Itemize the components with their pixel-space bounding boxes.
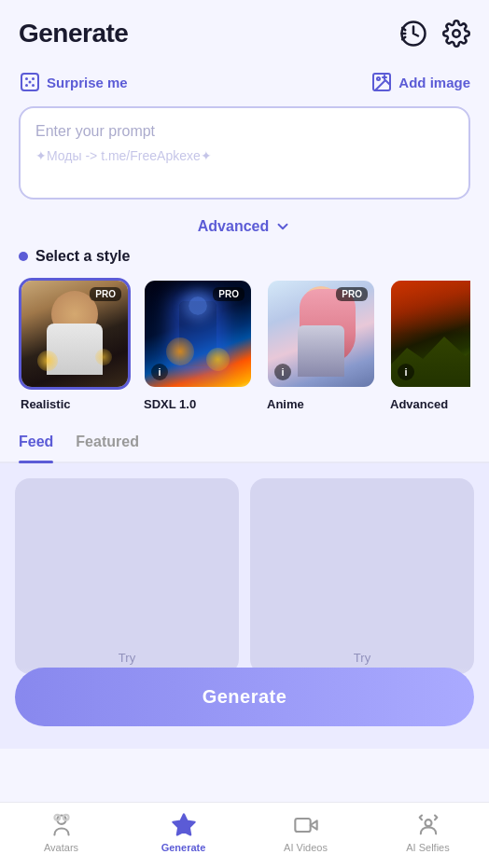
style-card-realistic[interactable]: PRO Realistic xyxy=(19,278,131,411)
generate-button[interactable]: Generate xyxy=(15,668,474,726)
svg-point-9 xyxy=(377,77,380,80)
svg-point-7 xyxy=(32,84,35,87)
nav-label-ai-videos: AI Videos xyxy=(284,842,328,853)
svg-point-3 xyxy=(25,77,28,80)
avatars-icon xyxy=(49,812,75,838)
info-badge-sdxl: i xyxy=(151,364,168,380)
generate-button-container: Generate xyxy=(0,668,489,749)
svg-rect-16 xyxy=(295,819,310,832)
prompt-placeholder: Enter your prompt xyxy=(35,123,454,140)
pro-badge-sdxl: PRO xyxy=(213,287,244,301)
svg-point-1 xyxy=(453,30,460,37)
style-section-label: Select a style xyxy=(19,248,470,265)
advanced-row: Advanced xyxy=(0,211,489,248)
nav-label-avatars: Avatars xyxy=(44,842,78,853)
prompt-input-area[interactable]: Enter your prompt ✦Моды -> t.me/FreeApke… xyxy=(19,106,470,200)
header-icons xyxy=(399,20,470,48)
action-row: Surprise me Add image xyxy=(0,58,489,106)
style-section: Select a style PRO Realistic xyxy=(0,248,489,422)
nav-label-generate: Generate xyxy=(161,842,206,853)
style-advanced-image: i xyxy=(388,278,470,390)
bottom-navigation: Avatars Generate AI Videos AI Selfies xyxy=(0,802,489,868)
svg-marker-15 xyxy=(173,814,194,834)
add-image-label: Add image xyxy=(398,75,470,90)
style-label-text: Select a style xyxy=(35,248,130,265)
style-name-realistic: Realistic xyxy=(19,397,131,411)
chevron-down-icon xyxy=(274,218,291,235)
feed-card-1: Try xyxy=(15,478,239,674)
nav-label-ai-selfies: AI Selfies xyxy=(406,842,449,853)
advanced-label: Advanced xyxy=(198,218,269,235)
style-anime-image: PRO i xyxy=(265,278,377,390)
info-badge-advanced: i xyxy=(398,364,414,380)
feed-card-1-label: Try xyxy=(119,651,135,665)
style-card-sdxl[interactable]: PRO i SDXL 1.0 xyxy=(142,278,254,411)
advanced-toggle-button[interactable]: Advanced xyxy=(198,218,291,235)
pro-badge-anime: PRO xyxy=(336,287,368,301)
add-image-button[interactable]: Add image xyxy=(370,71,470,93)
ai-selfies-icon xyxy=(415,812,441,838)
header: Generate xyxy=(0,0,489,58)
style-card-advanced[interactable]: i Advanced xyxy=(388,278,470,411)
tab-featured-label: Featured xyxy=(76,434,139,449)
ai-videos-icon xyxy=(293,812,319,838)
style-name-advanced: Advanced xyxy=(388,397,470,411)
style-realistic-image: PRO xyxy=(19,278,131,390)
surprise-me-button[interactable]: Surprise me xyxy=(19,71,128,93)
nav-item-ai-videos[interactable]: AI Videos xyxy=(278,812,334,853)
tab-featured[interactable]: Featured xyxy=(76,434,139,462)
tab-feed-label: Feed xyxy=(19,434,53,449)
settings-icon[interactable] xyxy=(442,20,470,48)
info-badge-anime: i xyxy=(274,364,291,380)
prompt-watermark: ✦Моды -> t.me/FreeApkexe✦ xyxy=(35,148,212,163)
add-image-icon xyxy=(370,71,393,93)
style-name-sdxl: SDXL 1.0 xyxy=(142,397,254,411)
style-name-anime: Anime xyxy=(265,397,377,411)
nav-item-avatars[interactable]: Avatars xyxy=(34,812,90,853)
style-scroll: PRO Realistic PRO i xyxy=(19,278,470,411)
feed-card-2: Try xyxy=(250,478,474,674)
nav-item-ai-selfies[interactable]: AI Selfies xyxy=(400,812,456,853)
svg-point-18 xyxy=(425,820,431,826)
dice-icon xyxy=(19,71,41,93)
generate-nav-icon xyxy=(171,812,197,838)
tab-feed[interactable]: Feed xyxy=(19,434,53,462)
pro-badge-realistic: PRO xyxy=(90,287,121,301)
feed-section: Try Try Generate xyxy=(0,463,489,749)
feed-card-2-label: Try xyxy=(354,651,370,665)
style-card-anime[interactable]: PRO i Anime xyxy=(265,278,377,411)
svg-point-4 xyxy=(32,77,35,80)
style-sdxl-image: PRO i xyxy=(142,278,254,390)
surprise-me-label: Surprise me xyxy=(47,75,128,90)
tabs-row: Feed Featured xyxy=(0,422,489,463)
svg-point-6 xyxy=(25,84,28,87)
style-dot xyxy=(19,252,28,261)
nav-item-generate[interactable]: Generate xyxy=(156,812,212,853)
history-icon[interactable] xyxy=(399,20,427,48)
page-title: Generate xyxy=(19,19,128,48)
svg-point-5 xyxy=(29,81,32,84)
